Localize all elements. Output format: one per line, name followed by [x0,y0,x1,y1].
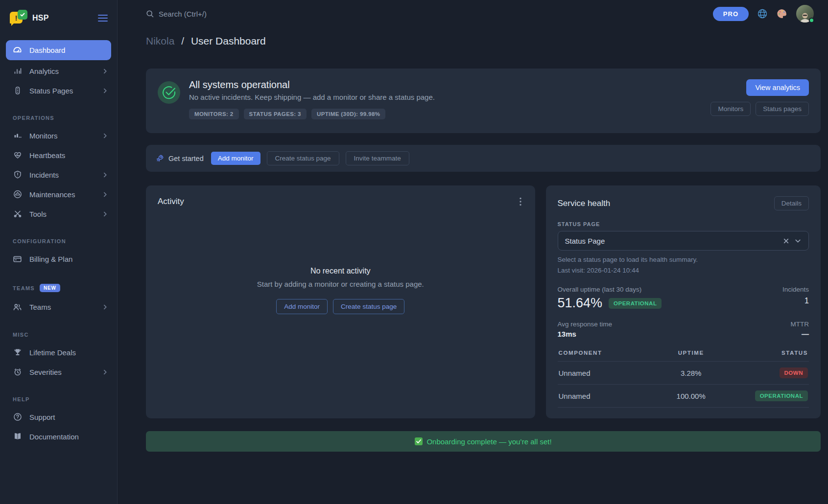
sidebar-item-label: Heartbeats [29,151,65,160]
avg-response-stat: Avg response time 13ms [558,321,613,338]
sidebar-item-billing[interactable]: Billing & Plan [0,249,117,269]
col-header-component: COMPONENT [559,350,652,356]
empty-state-subtitle: Start by adding a monitor or creating a … [257,280,424,288]
component-uptime: 100.00% [652,392,730,400]
create-status-page-button[interactable]: Create status page [267,151,339,165]
sidebar-item-heartbeats[interactable]: Heartbeats [0,145,117,165]
col-header-status: STATUS [730,350,808,356]
sidebar-item-label: Support [29,413,55,421]
page-title: User Dashboard [191,35,266,46]
sidebar-item-label: Teams [29,303,51,311]
activity-title: Activity [158,197,184,206]
monitors-button[interactable]: Monitors [710,102,751,116]
select-helper-text: Select a status page to load its health … [558,256,809,263]
theme-palette-icon[interactable] [776,8,788,20]
sidebar-item-maintenances[interactable]: Maintenances [0,184,117,204]
search-placeholder: Search (Ctrl+/) [159,10,207,18]
sidebar-item-teams[interactable]: Teams [0,297,117,317]
breadcrumb-parent[interactable]: Nikola [146,35,174,46]
sidebar-item-label: Monitors [29,132,58,140]
traffic-light-icon [13,86,22,95]
chevron-down-icon[interactable] [794,237,802,245]
section-header-configuration: CONFIGURATION [13,238,104,244]
globe-icon[interactable] [757,8,768,19]
empty-add-monitor-button[interactable]: Add monitor [276,299,328,314]
sidebar-item-analytics[interactable]: Analytics [0,61,117,81]
hard-hat-icon [13,190,22,199]
chevron-right-icon [102,133,108,139]
onboarding-complete-banner: Onboarding complete — you’re all set! [146,431,821,452]
topbar: Search (Ctrl+/) PRO [134,0,821,27]
sidebar-item-tools[interactable]: Tools [0,204,117,224]
last-visit-text: Last visit: 2026-01-24 10:44 [558,267,809,274]
sidebar-nav: Dashboard Analytics Status Pages OPERATI… [0,35,117,446]
breadcrumb: Nikola / User Dashboard [146,35,821,47]
uptime-stat: Overall uptime (last 30 days) 51.64% OPE… [558,286,662,311]
activity-card: Activity No recent activity Start by add… [146,185,535,418]
clear-selection-icon[interactable] [783,238,789,244]
status-pages-count-badge: STATUS PAGES: 3 [244,109,307,119]
status-pages-button[interactable]: Status pages [756,102,809,116]
shield-exclamation-icon [13,170,22,179]
hero-text: All systems operational No active incide… [189,79,435,122]
trophy-icon [13,348,22,357]
sidebar-item-lifetime-deals[interactable]: Lifetime Deals [0,343,117,362]
pro-plan-badge[interactable]: PRO [713,7,749,21]
empty-create-status-page-button[interactable]: Create status page [333,299,404,314]
chevron-right-icon [102,172,108,178]
status-badge: OPERATIONAL [755,390,808,401]
empty-state-title: No recent activity [310,267,371,275]
incidents-value: 1 [782,297,809,305]
mttr-label: MTTR [790,321,809,328]
hero-actions: View analytics Monitors Status pages [710,79,809,122]
kebab-menu-icon[interactable] [518,196,523,207]
dashboard-cards-row: Activity No recent activity Start by add… [146,185,821,418]
sidebar-item-label: Lifetime Deals [29,348,76,357]
question-circle-icon [13,412,22,421]
invite-teammate-button[interactable]: Invite teammate [346,151,409,165]
topbar-right: PRO [713,5,814,23]
search-input[interactable]: Search (Ctrl+/) [146,10,207,18]
status-page-select[interactable]: Status Page [558,231,809,251]
table-row[interactable]: Unnamed 100.00% OPERATIONAL [558,385,809,408]
col-header-uptime: UPTIME [652,350,730,356]
user-avatar[interactable] [796,5,814,23]
components-table: COMPONENT UPTIME STATUS Unnamed 3.28% DO… [558,347,809,408]
view-analytics-button[interactable]: View analytics [746,79,809,96]
users-icon [13,302,22,312]
sidebar-item-documentation[interactable]: Documentation [0,427,117,446]
mttr-value: — [790,330,809,338]
sidebar-item-label: Maintenances [29,190,75,199]
hamburger-menu-icon[interactable] [97,14,108,23]
sidebar-item-status-pages[interactable]: Status Pages [0,81,117,100]
sidebar-item-dashboard[interactable]: Dashboard [6,40,111,60]
hero-stat-badges: MONITORS: 2 STATUS PAGES: 3 UPTIME (30D)… [189,109,435,119]
status-page-field-label: STATUS PAGE [558,221,809,227]
tools-icon [13,209,22,218]
uptime-value: 51.64% [558,296,603,311]
sidebar: ! HSP Dashboard Analytics [0,0,118,504]
hero-subtitle: No active incidents. Keep shipping — add… [189,93,435,101]
sidebar-item-incidents[interactable]: Incidents [0,165,117,184]
check-circle-icon [158,81,180,104]
status-hero-card: All systems operational No active incide… [146,69,821,133]
sidebar-item-monitors[interactable]: Monitors [0,126,117,145]
incidents-stat: Incidents 1 [782,286,809,311]
add-monitor-button[interactable]: Add monitor [211,152,260,165]
heart-pulse-icon [13,151,22,160]
service-health-card: Service health Details STATUS PAGE Statu… [546,185,821,418]
sidebar-item-severities[interactable]: Severities [0,362,117,382]
chevron-right-icon [102,191,108,198]
new-badge: NEW [40,284,60,292]
avg-response-label: Avg response time [558,321,613,328]
get-started-label-wrap: Get started [156,154,204,162]
details-button[interactable]: Details [774,196,809,210]
sidebar-item-support[interactable]: Support [0,407,117,427]
banner-text: Onboarding complete — you’re all set! [426,437,551,446]
activity-empty-state: No recent activity Start by adding a mon… [158,207,523,373]
service-health-title: Service health [558,199,611,208]
table-row[interactable]: Unnamed 3.28% DOWN [558,362,809,385]
online-status-dot [809,18,814,23]
component-uptime: 3.28% [652,369,730,377]
section-header-misc: MISC [13,332,104,338]
